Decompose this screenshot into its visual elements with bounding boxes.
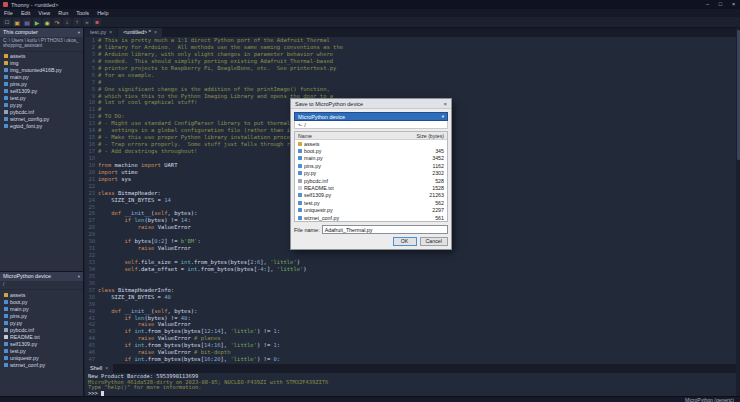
tree-item-pybcdc.inf[interactable]: pybcdc.inf xyxy=(0,109,83,116)
line-number: 32 xyxy=(85,252,98,259)
dialog-file-row[interactable]: self1309.py21263 xyxy=(295,192,447,199)
tree-item-wiznet_config.py[interactable]: wiznet_config.py xyxy=(0,116,83,123)
step-over-icon[interactable]: ↷ xyxy=(53,18,61,26)
file-name-text: wiznet_conf.py xyxy=(304,215,339,221)
tree-item-wiznet_conf.py[interactable]: wiznet_conf.py xyxy=(0,361,83,368)
file-name-text: main.py xyxy=(304,155,323,161)
tree-item-img[interactable]: img xyxy=(0,60,83,67)
device-panel-path[interactable]: / xyxy=(0,281,83,290)
dialog-file-row[interactable]: assets xyxy=(295,140,447,147)
close-icon[interactable]: × xyxy=(105,364,108,373)
maximize-button[interactable]: □ xyxy=(714,0,727,9)
menu-run[interactable]: Run xyxy=(54,9,72,17)
file-name-text: test.py xyxy=(304,200,320,206)
line-number: 5 xyxy=(85,65,98,72)
close-icon[interactable]: × xyxy=(154,28,157,37)
dialog-file-row[interactable]: boot.py345 xyxy=(295,147,447,154)
folder-up-icon[interactable]: ⬑ xyxy=(298,122,302,128)
editor-tab[interactable]: <untitled> *× xyxy=(118,28,162,37)
dialog-file-row[interactable]: pybcdc.inf528 xyxy=(295,177,447,184)
tree-item-py.py[interactable]: py.py xyxy=(0,102,83,109)
stop-icon[interactable]: ■ xyxy=(93,18,101,26)
filename-input[interactable]: Adafruit_Thermal.py xyxy=(322,225,448,234)
menu-view[interactable]: View xyxy=(34,9,54,17)
file-size-cell: 2297 xyxy=(411,207,447,213)
column-size[interactable]: Size (bytes) xyxy=(411,133,447,139)
shell-output[interactable]: New Product Barcode: 5953990113699MicroP… xyxy=(85,373,736,396)
save-icon[interactable]: ▤ xyxy=(23,18,31,26)
tree-item-pins.py[interactable]: pins.py xyxy=(0,312,83,319)
tree-item-egtod_font.py[interactable]: egtod_font.py xyxy=(0,123,83,130)
cancel-button[interactable]: Cancel xyxy=(420,237,449,246)
window-controls: –□× xyxy=(701,0,740,9)
close-icon[interactable]: × xyxy=(109,28,112,37)
file-name-cell: uniquestr.py xyxy=(295,207,411,213)
file-name-cell: test.py xyxy=(295,200,411,206)
file-icon xyxy=(4,117,8,121)
tree-item-README.txt[interactable]: README.txt xyxy=(0,333,83,340)
run-icon[interactable]: ▶ xyxy=(33,18,41,26)
line-number: 6 xyxy=(85,72,98,79)
menu-tools[interactable]: Tools xyxy=(72,9,93,17)
files-panel-path[interactable]: C: \ Users \ kutlu \ PYTHON3 \ okos_shop… xyxy=(0,37,83,52)
tree-item-pins.py[interactable]: pins.py xyxy=(0,81,83,88)
status-bar: MicroPython (generic) xyxy=(0,396,740,402)
dialog-file-row[interactable]: uniquestr.py2297 xyxy=(295,207,447,214)
new-file-icon[interactable]: □ xyxy=(3,18,11,26)
close-icon[interactable]: × xyxy=(443,101,447,107)
tree-item-self1309.py[interactable]: self1309.py xyxy=(0,340,83,347)
line-number: 23 xyxy=(85,190,98,197)
ok-button[interactable]: OK xyxy=(393,237,417,246)
dialog-current-path: / xyxy=(304,122,306,128)
tree-item-boot.py[interactable]: boot.py xyxy=(0,298,83,305)
tree-item-self1309.py[interactable]: self1309.py xyxy=(0,88,83,95)
column-name[interactable]: Name xyxy=(295,133,411,139)
minimize-button[interactable]: – xyxy=(701,0,714,9)
dialog-file-row[interactable]: pins.py1162 xyxy=(295,162,447,169)
menu-edit[interactable]: Edit xyxy=(17,9,34,17)
menu-help[interactable]: Help xyxy=(93,9,112,17)
target-combobox[interactable]: MicroPython device ▾ xyxy=(294,112,448,121)
tree-item-test.py[interactable]: test.py xyxy=(0,347,83,354)
dialog-file-row[interactable]: wiznet_conf.py561 xyxy=(295,214,447,221)
shell-cursor xyxy=(101,391,104,396)
file-size-cell: 2302 xyxy=(411,170,447,176)
file-icon xyxy=(4,363,8,367)
dialog-file-row[interactable]: py.py2302 xyxy=(295,170,447,177)
tree-item-assets[interactable]: assets xyxy=(0,53,83,60)
dialog-path-row[interactable]: ⬑ / xyxy=(294,121,448,129)
tree-item-test.py[interactable]: test.py xyxy=(0,95,83,102)
menu-file[interactable]: File xyxy=(0,9,17,17)
editor-scrollbar[interactable] xyxy=(736,28,740,396)
resume-icon[interactable]: » xyxy=(83,18,91,26)
dialog-file-row[interactable]: test.py562 xyxy=(295,199,447,206)
line-number: 31 xyxy=(85,245,98,252)
files-panel-title: This computer xyxy=(3,28,38,37)
dialog-file-row[interactable]: README.txt1528 xyxy=(295,184,447,191)
tree-item-assets[interactable]: assets xyxy=(0,291,83,298)
tree-item-img_mounted416B.py[interactable]: img_mounted416B.py xyxy=(0,67,83,74)
tree-item-label: pins.py xyxy=(10,313,27,319)
dialog-title-bar[interactable]: Save to MicroPython device × xyxy=(291,99,451,109)
tree-item-main.py[interactable]: main.py xyxy=(0,305,83,312)
device-panel-header[interactable]: MicroPython device ▾ xyxy=(0,272,83,281)
editor-tab[interactable]: test.py× xyxy=(85,28,117,37)
tree-item-main.py[interactable]: main.py xyxy=(0,74,83,81)
step-into-icon[interactable]: ↓ xyxy=(63,18,71,26)
dialog-file-row[interactable]: main.py3452 xyxy=(295,155,447,162)
tree-item-py.py[interactable]: py.py xyxy=(0,319,83,326)
scrollbar-thumb[interactable] xyxy=(737,30,740,160)
tree-item-uniquestr.py[interactable]: uniquestr.py xyxy=(0,354,83,361)
line-number: 34 xyxy=(85,266,98,273)
step-out-icon[interactable]: ↑ xyxy=(73,18,81,26)
open-file-icon[interactable]: ▣ xyxy=(13,18,21,26)
file-icon xyxy=(4,349,8,353)
tree-item-pybcdc.inf[interactable]: pybcdc.inf xyxy=(0,326,83,333)
files-panel-header[interactable]: This computer ▾ xyxy=(0,28,83,37)
close-button[interactable]: × xyxy=(727,0,740,9)
code-line: 42 raise ValueError xyxy=(85,321,736,328)
file-icon xyxy=(298,193,302,197)
shell-tab[interactable]: Shell × xyxy=(85,364,113,373)
debug-icon[interactable]: ◉ xyxy=(43,18,51,26)
interpreter-status[interactable]: MicroPython (generic) xyxy=(685,397,734,402)
